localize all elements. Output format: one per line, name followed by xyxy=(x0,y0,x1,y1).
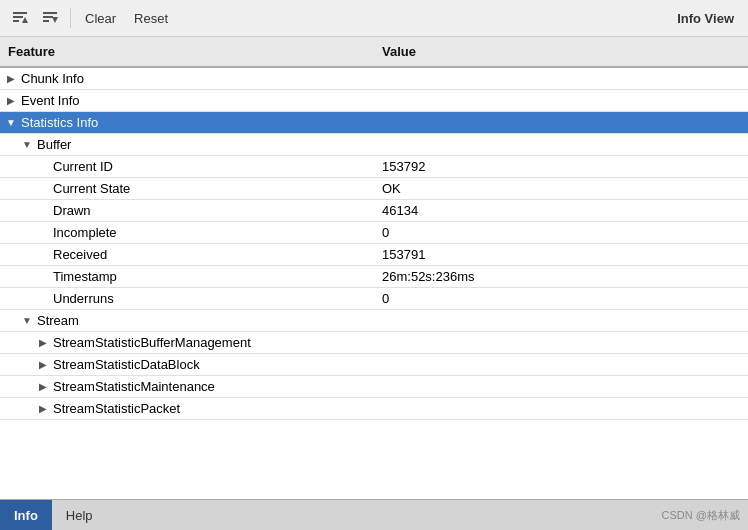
sort-desc-button[interactable] xyxy=(36,4,64,32)
feature-cell: ▶ StreamStatisticPacket xyxy=(0,399,374,418)
value-cell xyxy=(374,341,748,345)
tree-row-received[interactable]: Received 153791 xyxy=(0,244,748,266)
tree-row-incomplete[interactable]: Incomplete 0 xyxy=(0,222,748,244)
expand-icon[interactable]: ▶ xyxy=(4,94,18,108)
collapse-icon[interactable]: ▼ xyxy=(4,116,18,130)
feature-cell: ▶ StreamStatisticBufferManagement xyxy=(0,333,374,352)
feature-label: Stream xyxy=(37,313,79,328)
tree-row-chunk-info[interactable]: ▶ Chunk Info xyxy=(0,68,748,90)
feature-label: Underruns xyxy=(53,291,114,306)
feature-label: Received xyxy=(53,247,107,262)
value-cell xyxy=(374,363,748,367)
tree-row-drawn[interactable]: Drawn 46134 xyxy=(0,200,748,222)
value-cell xyxy=(374,319,748,323)
tree-row-underruns[interactable]: Underruns 0 xyxy=(0,288,748,310)
col-feature-header: Feature xyxy=(0,41,374,62)
feature-cell: Received xyxy=(0,245,374,264)
expand-icon[interactable]: ▶ xyxy=(36,380,50,394)
value-cell xyxy=(374,385,748,389)
feature-label: StreamStatisticPacket xyxy=(53,401,180,416)
tree-row-event-info[interactable]: ▶ Event Info xyxy=(0,90,748,112)
col-value-header: Value xyxy=(374,41,748,62)
feature-cell: ▶ Chunk Info xyxy=(0,69,374,88)
feature-label: StreamStatisticBufferManagement xyxy=(53,335,251,350)
reset-button[interactable]: Reset xyxy=(126,9,176,28)
tree-row-stream-data-block[interactable]: ▶ StreamStatisticDataBlock xyxy=(0,354,748,376)
feature-label: Current ID xyxy=(53,159,113,174)
tree-body[interactable]: ▶ Chunk Info ▶ Event Info ▼ Statistics I… xyxy=(0,68,748,499)
toolbar-icons: Clear Reset xyxy=(6,4,176,32)
feature-cell: Current ID xyxy=(0,157,374,176)
feature-label: Incomplete xyxy=(53,225,117,240)
feature-label: Timestamp xyxy=(53,269,117,284)
expand-icon[interactable]: ▶ xyxy=(36,358,50,372)
tree-row-current-id[interactable]: Current ID 153792 xyxy=(0,156,748,178)
feature-cell: Drawn xyxy=(0,201,374,220)
feature-cell: Incomplete xyxy=(0,223,374,242)
svg-rect-6 xyxy=(43,20,49,22)
feature-label: Chunk Info xyxy=(21,71,84,86)
feature-cell: Underruns xyxy=(0,289,374,308)
tree-row-buffer[interactable]: ▼ Buffer xyxy=(0,134,748,156)
toolbar-separator xyxy=(70,8,71,28)
feature-label: Statistics Info xyxy=(21,115,98,130)
feature-cell: ▶ StreamStatisticMaintenance xyxy=(0,377,374,396)
value-cell xyxy=(374,121,748,125)
feature-label: StreamStatisticDataBlock xyxy=(53,357,200,372)
value-cell xyxy=(374,143,748,147)
tree-row-statistics-info[interactable]: ▼ Statistics Info xyxy=(0,112,748,134)
feature-cell: ▼ Stream xyxy=(0,311,374,330)
svg-marker-7 xyxy=(52,17,58,23)
collapse-icon[interactable]: ▼ xyxy=(20,314,34,328)
toolbar-title: Info View xyxy=(677,11,742,26)
value-cell: 26m:52s:236ms xyxy=(374,267,748,286)
value-cell xyxy=(374,407,748,411)
feature-cell: Current State xyxy=(0,179,374,198)
tree-row-timestamp[interactable]: Timestamp 26m:52s:236ms xyxy=(0,266,748,288)
table-header: Feature Value xyxy=(0,37,748,68)
svg-rect-0 xyxy=(13,12,27,14)
expand-icon[interactable]: ▶ xyxy=(36,336,50,350)
feature-cell: ▶ StreamStatisticDataBlock xyxy=(0,355,374,374)
value-cell: 0 xyxy=(374,289,748,308)
feature-label: Event Info xyxy=(21,93,80,108)
expand-icon[interactable]: ▶ xyxy=(4,72,18,86)
value-cell: OK xyxy=(374,179,748,198)
expand-icon[interactable]: ▶ xyxy=(36,402,50,416)
value-cell xyxy=(374,77,748,81)
tree-row-stream[interactable]: ▼ Stream xyxy=(0,310,748,332)
collapse-icon[interactable]: ▼ xyxy=(20,138,34,152)
tree-row-stream-buffer-mgmt[interactable]: ▶ StreamStatisticBufferManagement xyxy=(0,332,748,354)
svg-rect-5 xyxy=(43,16,53,18)
toolbar: Clear Reset Info View xyxy=(0,0,748,37)
svg-rect-2 xyxy=(13,20,19,22)
feature-label: StreamStatisticMaintenance xyxy=(53,379,215,394)
value-cell: 0 xyxy=(374,223,748,242)
feature-label: Drawn xyxy=(53,203,91,218)
value-cell: 153791 xyxy=(374,245,748,264)
feature-label: Current State xyxy=(53,181,130,196)
feature-cell: ▶ Event Info xyxy=(0,91,374,110)
feature-cell: Timestamp xyxy=(0,267,374,286)
value-cell: 46134 xyxy=(374,201,748,220)
clear-button[interactable]: Clear xyxy=(77,9,124,28)
value-cell xyxy=(374,99,748,103)
tree-row-current-state[interactable]: Current State OK xyxy=(0,178,748,200)
tab-info[interactable]: Info xyxy=(0,500,52,530)
svg-rect-1 xyxy=(13,16,23,18)
feature-cell: ▼ Statistics Info xyxy=(0,113,374,132)
feature-label: Buffer xyxy=(37,137,71,152)
feature-cell: ▼ Buffer xyxy=(0,135,374,154)
bottom-tabs: Info Help CSDN @格林威 xyxy=(0,499,748,530)
svg-rect-4 xyxy=(43,12,57,14)
sort-desc-icon xyxy=(41,9,59,27)
tree-row-stream-maintenance[interactable]: ▶ StreamStatisticMaintenance xyxy=(0,376,748,398)
main-content: Feature Value ▶ Chunk Info ▶ Event Info … xyxy=(0,37,748,499)
sort-asc-icon xyxy=(11,9,29,27)
tab-help[interactable]: Help xyxy=(52,500,107,530)
value-cell: 153792 xyxy=(374,157,748,176)
watermark: CSDN @格林威 xyxy=(662,508,748,523)
sort-asc-button[interactable] xyxy=(6,4,34,32)
tree-row-stream-packet[interactable]: ▶ StreamStatisticPacket xyxy=(0,398,748,420)
